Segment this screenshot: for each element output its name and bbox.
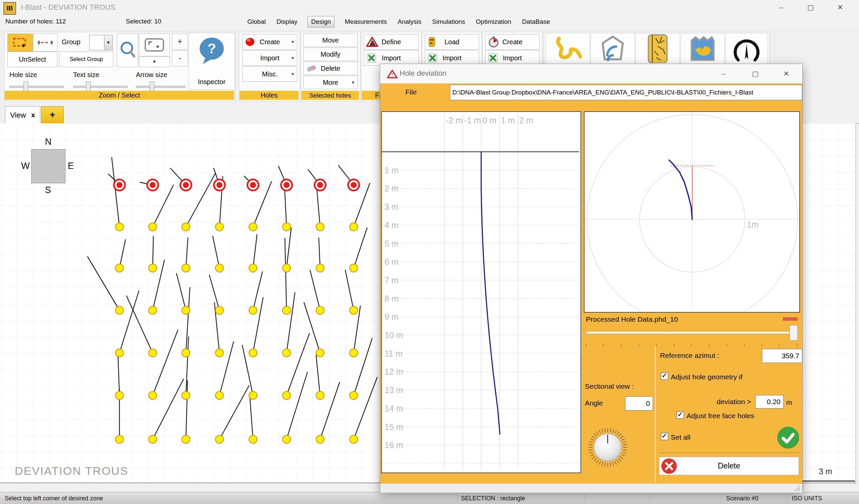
inspector-panel[interactable]: ? Inspector <box>189 33 235 90</box>
hole-index-slider-handle[interactable] <box>789 325 798 341</box>
delete-selected-button[interactable]: Delete <box>303 62 358 75</box>
maximize-button[interactable]: ▢ <box>800 2 822 13</box>
tab-view[interactable]: View x <box>5 106 40 124</box>
hole-size-slider-thumb[interactable] <box>24 81 28 92</box>
import-holes-label: Import <box>260 54 280 62</box>
select-group-button[interactable]: Select Group <box>59 52 114 67</box>
misc-holes-button[interactable]: Misc. ▼ <box>242 66 297 82</box>
angle-input[interactable]: 0 <box>625 396 653 410</box>
more-button[interactable]: More ▼ <box>303 76 358 89</box>
green-check-icon <box>777 426 800 449</box>
import-timing-label: Import <box>503 54 522 62</box>
resize-grip[interactable] <box>794 485 800 491</box>
minimize-button[interactable]: – <box>770 2 792 13</box>
svg-text:12 m: 12 m <box>385 367 403 376</box>
define-free-face-button[interactable]: Define <box>364 34 419 50</box>
compass-south-label: S <box>45 185 51 195</box>
adjust-free-face-label: Adjust free face holes <box>687 412 754 420</box>
protection-shield-icon <box>600 35 626 62</box>
dialog-title-bar[interactable]: Hole deviation – ▢ ✕ <box>380 64 802 83</box>
excel-icon <box>367 53 376 63</box>
arrow-size-slider[interactable] <box>136 86 185 88</box>
deviation-unit-label: m <box>786 398 792 407</box>
more-label: More <box>323 79 338 86</box>
file-path-input[interactable]: D:\DNA-Blast Group Dropbox\DNA-France\AR… <box>450 85 802 100</box>
text-size-slider[interactable] <box>73 86 127 88</box>
gauge-button[interactable] <box>725 33 768 64</box>
dialog-minimize-button[interactable]: – <box>714 68 733 79</box>
svg-text:16 m: 16 m <box>385 440 403 450</box>
slider-tick <box>586 344 586 347</box>
rectangle-select-button[interactable] <box>7 33 33 52</box>
zoom-window-dropdown[interactable]: ▼ <box>139 56 170 67</box>
gauge-icon <box>734 35 760 62</box>
import-holes-button[interactable]: Import ▼ <box>242 50 297 66</box>
zoom-in-button[interactable]: + <box>172 33 188 50</box>
misc-holes-label: Misc. <box>262 70 278 78</box>
load-explosive-label: Load <box>444 38 460 46</box>
chevron-down-icon[interactable]: ▼ <box>104 35 112 50</box>
holes-caption: Holes <box>240 91 299 100</box>
rock-face-button[interactable] <box>635 33 680 64</box>
arrow-size-slider-thumb[interactable] <box>150 81 154 92</box>
slider-tick <box>762 344 762 347</box>
menu-item-global[interactable]: Global <box>247 16 267 27</box>
angle-knob[interactable] <box>586 425 630 470</box>
svg-text:7 m: 7 m <box>385 275 398 285</box>
unselect-button[interactable]: UnSelect <box>7 52 57 67</box>
zoom-out-button[interactable]: - <box>172 50 188 66</box>
set-all-checkbox[interactable]: ✓ <box>661 432 668 440</box>
modify-button[interactable]: Modify <box>303 48 358 61</box>
menu-item-database[interactable]: DataBase <box>522 16 551 27</box>
deviation-threshold-input[interactable]: 0.20 <box>755 395 784 409</box>
hole-size-slider[interactable] <box>10 86 64 88</box>
hole-deviation-dialog: Hole deviation – ▢ ✕ File D:\DNA-Blast G… <box>380 64 803 493</box>
adjust-geometry-label: Adjust hole geometry if <box>671 373 742 381</box>
text-size-slider-thumb[interactable] <box>86 81 91 92</box>
hole-index-slider[interactable] <box>586 331 799 334</box>
adjust-geometry-checkbox[interactable]: ✓ <box>661 372 668 380</box>
create-timing-button[interactable]: Create <box>485 34 540 50</box>
dialog-maximize-button[interactable]: ▢ <box>746 68 765 79</box>
close-button[interactable]: ✕ <box>829 2 851 13</box>
create-hole-button[interactable]: Create ▼ <box>242 34 297 50</box>
zoom-window-button[interactable] <box>139 33 170 56</box>
delete-deviation-button[interactable]: Delete <box>659 457 799 475</box>
menu-item-display[interactable]: Display <box>276 16 298 27</box>
protection-shield-button[interactable] <box>590 33 635 64</box>
reference-azimut-input[interactable]: 359.7 <box>762 349 802 363</box>
dialog-footer <box>380 484 802 493</box>
menu-item-simulations[interactable]: Simulations <box>432 16 466 27</box>
file-label: File <box>405 88 417 96</box>
status-separator <box>650 493 650 503</box>
hole-size-label: Hole size <box>10 71 37 79</box>
detonating-cord-button[interactable] <box>546 33 590 64</box>
map-button[interactable] <box>680 33 725 64</box>
dialog-close-button[interactable]: ✕ <box>777 68 796 79</box>
menu-item-analysis[interactable]: Analysis <box>397 16 422 27</box>
group-combobox[interactable]: ▼ <box>89 35 113 50</box>
menu-item-measurements[interactable]: Measurements <box>344 16 388 27</box>
check-icon: ✓ <box>677 410 683 418</box>
menu-item-optimization[interactable]: Optimization <box>475 16 512 27</box>
measure-select-button[interactable] <box>33 33 58 52</box>
divider-line <box>659 453 798 453</box>
compass-west-label: W <box>21 161 30 171</box>
menu-item-design[interactable]: Design <box>307 16 334 28</box>
move-button[interactable]: Move <box>303 33 358 47</box>
data-file-label: Processed Hole Data.phd_10 <box>586 315 678 324</box>
detonating-cord-icon <box>554 36 582 61</box>
tab-close-icon[interactable]: x <box>31 111 35 119</box>
menu-bar: Number of holes: 112 Selected: 10 Global… <box>0 15 859 29</box>
apply-button[interactable] <box>777 426 800 449</box>
load-explosive-button[interactable]: Load <box>425 34 479 50</box>
tab-add-button[interactable]: + <box>41 106 64 124</box>
slider-tick <box>691 344 692 347</box>
zoom-button[interactable] <box>117 33 138 67</box>
stopwatch-icon <box>488 36 498 48</box>
svg-text:10 m: 10 m <box>385 330 403 340</box>
svg-text:-2 m: -2 m <box>446 115 463 125</box>
svg-text:0 m: 0 m <box>483 115 497 125</box>
adjust-free-face-checkbox[interactable]: ✓ <box>676 411 684 419</box>
status-separator <box>787 493 787 503</box>
